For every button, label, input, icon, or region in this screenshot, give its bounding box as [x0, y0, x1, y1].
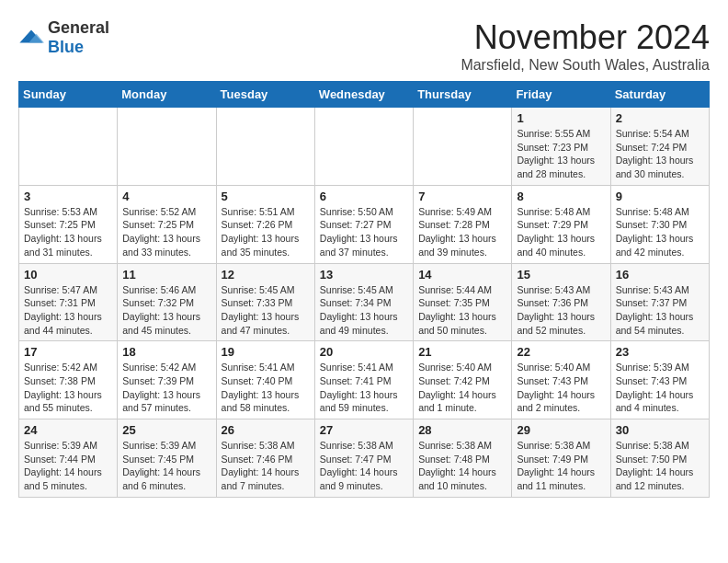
calendar-cell: 26Sunrise: 5:38 AM Sunset: 7:46 PM Dayli… — [216, 419, 314, 498]
day-info: Sunrise: 5:39 AM Sunset: 7:45 PM Dayligh… — [122, 439, 210, 493]
day-number: 26 — [222, 423, 310, 437]
calendar-cell: 1Sunrise: 5:55 AM Sunset: 7:23 PM Daylig… — [512, 108, 610, 186]
day-info: Sunrise: 5:43 AM Sunset: 7:36 PM Dayligh… — [517, 283, 605, 338]
calendar-cell: 21Sunrise: 5:40 AM Sunset: 7:42 PM Dayli… — [414, 341, 512, 419]
day-info: Sunrise: 5:38 AM Sunset: 7:48 PM Dayligh… — [418, 439, 506, 493]
day-number: 6 — [320, 190, 408, 203]
calendar-header-row: SundayMondayTuesdayWednesdayThursdayFrid… — [19, 82, 710, 108]
header-sunday: Sunday — [19, 82, 118, 108]
day-info: Sunrise: 5:48 AM Sunset: 7:29 PM Dayligh… — [517, 205, 605, 259]
day-number: 2 — [616, 111, 704, 125]
calendar-cell: 23Sunrise: 5:39 AM Sunset: 7:43 PM Dayli… — [610, 341, 709, 419]
day-info: Sunrise: 5:38 AM Sunset: 7:47 PM Dayligh… — [320, 439, 408, 493]
day-number: 19 — [222, 345, 310, 359]
calendar-cell: 7Sunrise: 5:49 AM Sunset: 7:28 PM Daylig… — [414, 185, 512, 263]
day-info: Sunrise: 5:54 AM Sunset: 7:24 PM Dayligh… — [616, 127, 704, 181]
calendar-cell: 11Sunrise: 5:46 AM Sunset: 7:32 PM Dayli… — [118, 263, 216, 341]
day-number: 29 — [517, 423, 605, 437]
day-info: Sunrise: 5:44 AM Sunset: 7:35 PM Dayligh… — [418, 283, 506, 338]
day-number: 1 — [517, 111, 605, 125]
calendar-week-4: 17Sunrise: 5:42 AM Sunset: 7:38 PM Dayli… — [19, 341, 710, 419]
day-info: Sunrise: 5:45 AM Sunset: 7:34 PM Dayligh… — [320, 283, 408, 338]
day-number: 15 — [517, 268, 605, 282]
day-info: Sunrise: 5:41 AM Sunset: 7:40 PM Dayligh… — [222, 361, 310, 415]
day-number: 14 — [418, 268, 506, 282]
day-info: Sunrise: 5:42 AM Sunset: 7:38 PM Dayligh… — [24, 361, 112, 415]
month-title: November 2024 — [461, 18, 710, 57]
logo-icon — [18, 29, 44, 47]
day-number: 17 — [24, 345, 112, 359]
day-number: 24 — [24, 423, 112, 437]
day-info: Sunrise: 5:49 AM Sunset: 7:28 PM Dayligh… — [418, 205, 506, 259]
day-number: 5 — [222, 190, 310, 203]
calendar-cell: 6Sunrise: 5:50 AM Sunset: 7:27 PM Daylig… — [314, 185, 413, 263]
header-saturday: Saturday — [610, 82, 709, 108]
calendar-week-3: 10Sunrise: 5:47 AM Sunset: 7:31 PM Dayli… — [19, 263, 710, 341]
day-info: Sunrise: 5:38 AM Sunset: 7:49 PM Dayligh… — [517, 439, 605, 493]
calendar-cell — [19, 108, 118, 186]
day-info: Sunrise: 5:40 AM Sunset: 7:43 PM Dayligh… — [517, 361, 605, 415]
day-number: 27 — [320, 423, 408, 437]
day-number: 16 — [616, 268, 704, 282]
day-number: 11 — [122, 268, 210, 282]
day-number: 8 — [517, 190, 605, 203]
header-friday: Friday — [512, 82, 610, 108]
header-thursday: Thursday — [414, 82, 512, 108]
calendar-cell: 8Sunrise: 5:48 AM Sunset: 7:29 PM Daylig… — [512, 185, 610, 263]
header-tuesday: Tuesday — [216, 82, 314, 108]
day-info: Sunrise: 5:39 AM Sunset: 7:43 PM Dayligh… — [616, 361, 704, 415]
day-info: Sunrise: 5:47 AM Sunset: 7:31 PM Dayligh… — [24, 283, 112, 338]
day-info: Sunrise: 5:52 AM Sunset: 7:25 PM Dayligh… — [122, 205, 210, 259]
day-number: 12 — [222, 268, 310, 282]
calendar-cell — [414, 108, 512, 186]
calendar-cell: 2Sunrise: 5:54 AM Sunset: 7:24 PM Daylig… — [610, 108, 709, 186]
logo-general-text: General — [48, 18, 109, 37]
calendar-cell: 17Sunrise: 5:42 AM Sunset: 7:38 PM Dayli… — [19, 341, 118, 419]
calendar-cell: 3Sunrise: 5:53 AM Sunset: 7:25 PM Daylig… — [19, 185, 118, 263]
day-number: 28 — [418, 423, 506, 437]
day-info: Sunrise: 5:40 AM Sunset: 7:42 PM Dayligh… — [418, 361, 506, 415]
day-number: 22 — [517, 345, 605, 359]
day-info: Sunrise: 5:41 AM Sunset: 7:41 PM Dayligh… — [320, 361, 408, 415]
calendar-cell: 16Sunrise: 5:43 AM Sunset: 7:37 PM Dayli… — [610, 263, 709, 341]
calendar-cell: 27Sunrise: 5:38 AM Sunset: 7:47 PM Dayli… — [314, 419, 413, 498]
day-number: 23 — [616, 345, 704, 359]
calendar-cell: 28Sunrise: 5:38 AM Sunset: 7:48 PM Dayli… — [414, 419, 512, 498]
calendar-cell: 5Sunrise: 5:51 AM Sunset: 7:26 PM Daylig… — [216, 185, 314, 263]
day-number: 10 — [24, 268, 112, 282]
day-info: Sunrise: 5:51 AM Sunset: 7:26 PM Dayligh… — [222, 205, 310, 259]
day-number: 13 — [320, 268, 408, 282]
day-number: 3 — [24, 190, 112, 203]
calendar-cell: 30Sunrise: 5:38 AM Sunset: 7:50 PM Dayli… — [610, 419, 709, 498]
day-info: Sunrise: 5:53 AM Sunset: 7:25 PM Dayligh… — [24, 205, 112, 259]
calendar-cell: 22Sunrise: 5:40 AM Sunset: 7:43 PM Dayli… — [512, 341, 610, 419]
logo-blue-text: Blue — [48, 38, 84, 56]
day-info: Sunrise: 5:50 AM Sunset: 7:27 PM Dayligh… — [320, 205, 408, 259]
calendar-cell — [216, 108, 314, 186]
calendar-cell: 10Sunrise: 5:47 AM Sunset: 7:31 PM Dayli… — [19, 263, 118, 341]
calendar-cell: 9Sunrise: 5:48 AM Sunset: 7:30 PM Daylig… — [610, 185, 709, 263]
calendar-cell: 15Sunrise: 5:43 AM Sunset: 7:36 PM Dayli… — [512, 263, 610, 341]
logo: General Blue — [18, 18, 109, 57]
day-info: Sunrise: 5:46 AM Sunset: 7:32 PM Dayligh… — [122, 283, 210, 338]
calendar-week-1: 1Sunrise: 5:55 AM Sunset: 7:23 PM Daylig… — [19, 108, 710, 186]
calendar-table: SundayMondayTuesdayWednesdayThursdayFrid… — [18, 81, 710, 498]
day-info: Sunrise: 5:38 AM Sunset: 7:50 PM Dayligh… — [616, 439, 704, 493]
calendar-cell: 18Sunrise: 5:42 AM Sunset: 7:39 PM Dayli… — [118, 341, 216, 419]
day-number: 9 — [616, 190, 704, 203]
day-info: Sunrise: 5:48 AM Sunset: 7:30 PM Dayligh… — [616, 205, 704, 259]
day-info: Sunrise: 5:55 AM Sunset: 7:23 PM Dayligh… — [517, 127, 605, 181]
calendar-cell: 24Sunrise: 5:39 AM Sunset: 7:44 PM Dayli… — [19, 419, 118, 498]
calendar-cell — [118, 108, 216, 186]
location-title: Marsfield, New South Wales, Australia — [461, 57, 710, 74]
day-number: 18 — [122, 345, 210, 359]
day-number: 30 — [616, 423, 704, 437]
day-info: Sunrise: 5:38 AM Sunset: 7:46 PM Dayligh… — [222, 439, 310, 493]
header-wednesday: Wednesday — [314, 82, 413, 108]
calendar-cell: 25Sunrise: 5:39 AM Sunset: 7:45 PM Dayli… — [118, 419, 216, 498]
calendar-cell — [314, 108, 413, 186]
calendar-cell: 4Sunrise: 5:52 AM Sunset: 7:25 PM Daylig… — [118, 185, 216, 263]
day-number: 4 — [122, 190, 210, 203]
page-header: General Blue November 2024 Marsfield, Ne… — [18, 18, 710, 74]
calendar-week-5: 24Sunrise: 5:39 AM Sunset: 7:44 PM Dayli… — [19, 419, 710, 498]
